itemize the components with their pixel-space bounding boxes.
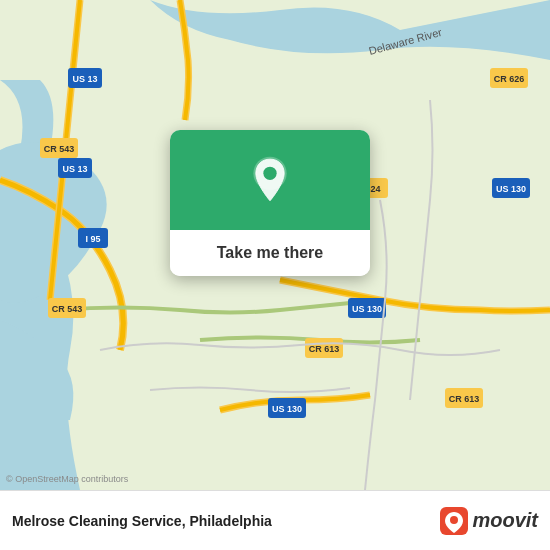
- moovit-text: moovit: [472, 509, 538, 532]
- svg-text:I 95: I 95: [85, 234, 100, 244]
- svg-text:CR 626: CR 626: [494, 74, 525, 84]
- popup-header: [170, 130, 370, 230]
- bottom-bar: Melrose Cleaning Service, Philadelphia m…: [0, 490, 550, 550]
- svg-text:CR 613: CR 613: [309, 344, 340, 354]
- location-popup: Take me there: [170, 130, 370, 276]
- svg-text:US 130: US 130: [496, 184, 526, 194]
- svg-text:US 13: US 13: [62, 164, 87, 174]
- svg-text:CR 543: CR 543: [52, 304, 83, 314]
- take-me-there-button[interactable]: Take me there: [170, 230, 370, 276]
- svg-text:US 130: US 130: [352, 304, 382, 314]
- svg-text:US 130: US 130: [272, 404, 302, 414]
- svg-text:CR 613: CR 613: [449, 394, 480, 404]
- business-name: Melrose Cleaning Service, Philadelphia: [12, 513, 440, 529]
- location-pin-icon: [245, 155, 295, 205]
- svg-point-30: [450, 516, 458, 524]
- map-area: CR 543 US 13 US 13 I 95 CR 543 CR 626 62…: [0, 0, 550, 490]
- svg-point-28: [263, 167, 276, 180]
- svg-text:© OpenStreetMap contributors: © OpenStreetMap contributors: [6, 474, 129, 484]
- svg-text:CR 543: CR 543: [44, 144, 75, 154]
- moovit-brand-icon: [440, 507, 468, 535]
- moovit-logo: moovit: [440, 507, 538, 535]
- svg-text:US 13: US 13: [72, 74, 97, 84]
